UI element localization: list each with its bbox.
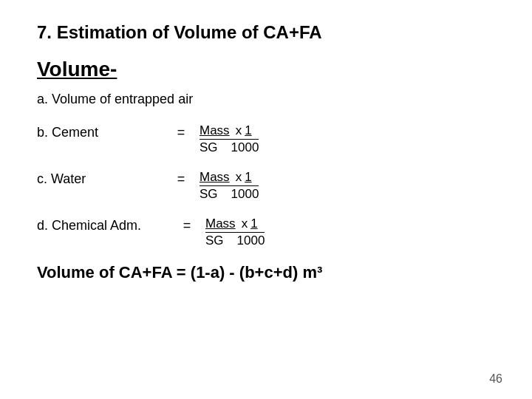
water-sg: SG [200, 187, 218, 202]
cement-1: 1 [245, 123, 251, 138]
row-cement: b. Cement = Mass x 1 SG 1000 [37, 123, 495, 155]
water-formula: Mass x 1 SG 1000 [200, 170, 259, 202]
row-chemical: d. Chemical Adm. = Mass x 1 SG 1000 [37, 216, 495, 248]
page-container: 7. Estimation of Volume of CA+FA Volume-… [0, 0, 532, 399]
chemical-sg: SG [205, 233, 224, 248]
item-a: a. Volume of entrapped air [37, 92, 495, 107]
chemical-label: d. Chemical Adm. [37, 216, 163, 233]
chemical-formula-top: Mass x 1 [205, 216, 265, 233]
cement-x: x [236, 123, 242, 138]
conclusion: Volume of CA+FA = (1-a) - (b+c+d) m³ [37, 263, 495, 282]
volume-heading: Volume- [37, 58, 495, 81]
chemical-formula: Mass x 1 SG 1000 [205, 216, 265, 248]
cement-equals: = [163, 123, 200, 140]
water-formula-top: Mass x 1 [200, 170, 259, 186]
cement-formula: Mass x 1 SG 1000 [200, 123, 259, 155]
chemical-x: x [242, 216, 248, 231]
chemical-1: 1 [250, 216, 257, 231]
cement-sg: SG [200, 140, 218, 155]
chemical-mass: Mass [205, 216, 236, 231]
water-1000: 1000 [231, 187, 259, 202]
page-title: 7. Estimation of Volume of CA+FA [37, 22, 495, 43]
cement-formula-bottom: SG 1000 [200, 140, 259, 155]
cement-label: b. Cement [37, 123, 163, 140]
cement-1000: 1000 [231, 140, 259, 155]
water-x: x [236, 170, 242, 185]
water-equals: = [163, 170, 200, 187]
water-formula-bottom: SG 1000 [200, 187, 259, 202]
water-1: 1 [245, 170, 251, 185]
chemical-equals: = [168, 216, 205, 233]
cement-mass: Mass [200, 123, 230, 138]
cement-formula-top: Mass x 1 [200, 123, 259, 140]
water-mass: Mass [200, 170, 230, 185]
chemical-formula-bottom: SG 1000 [205, 233, 265, 248]
row-water: c. Water = Mass x 1 SG 1000 [37, 170, 495, 202]
chemical-1000: 1000 [237, 233, 265, 248]
page-number: 46 [489, 372, 502, 386]
water-label: c. Water [37, 170, 163, 187]
